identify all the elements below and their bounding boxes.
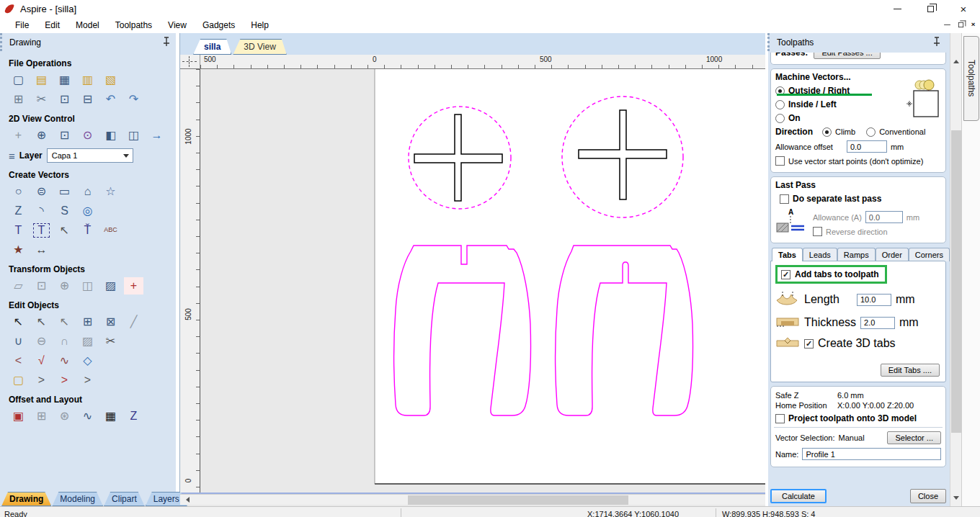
select-icon[interactable]: ↖ xyxy=(9,313,28,331)
fit-curve-icon[interactable]: ∿ xyxy=(55,352,74,369)
import-vectors-icon[interactable]: ▥ xyxy=(78,71,97,89)
save-file-icon[interactable]: ▦ xyxy=(55,71,74,89)
draw-arc-icon[interactable]: ◝ xyxy=(32,202,51,220)
fillet-icon[interactable]: < xyxy=(9,352,28,369)
length-input[interactable] xyxy=(857,294,891,306)
zoom-box-icon[interactable]: ⊡ xyxy=(55,127,74,144)
trim-icon[interactable]: ✂ xyxy=(101,333,120,350)
subtract-icon[interactable]: ⊖ xyxy=(32,333,51,350)
paste-icon[interactable]: ⊟ xyxy=(78,91,97,108)
draw-curve-icon[interactable]: S xyxy=(55,202,74,220)
draw-polyline-icon[interactable]: Z xyxy=(9,202,28,220)
undo-icon[interactable]: ↶ xyxy=(101,91,120,108)
panel-scrollbar[interactable] xyxy=(950,33,961,506)
horizontal-scrollbar[interactable] xyxy=(180,494,765,505)
dropdown-arrow-icon[interactable] xyxy=(123,154,129,161)
dimension-icon[interactable]: ↔ xyxy=(32,241,51,258)
job-setup-icon[interactable]: ⊞ xyxy=(9,91,28,108)
join-move-icon[interactable]: > xyxy=(32,372,51,389)
panel-tab-drawing[interactable]: Drawing xyxy=(1,492,51,506)
thickness-input[interactable] xyxy=(860,317,895,329)
panel-tab-clipart[interactable]: Clipart xyxy=(104,492,145,506)
copy-along-vector-icon[interactable]: ∿ xyxy=(78,408,97,425)
selector-button[interactable]: Selector ... xyxy=(887,431,941,444)
pin-icon[interactable] xyxy=(932,37,941,47)
doc-restore-icon[interactable] xyxy=(958,22,963,27)
project-toolpath-checkbox[interactable] xyxy=(775,414,785,423)
edit-tabs-button[interactable]: Edit Tabs .... xyxy=(881,364,940,377)
menu-item-help[interactable]: Help xyxy=(244,19,275,32)
ungroup-icon[interactable]: ⊠ xyxy=(101,313,120,331)
draw-ellipse-icon[interactable]: ⊜ xyxy=(32,183,51,200)
measure-icon[interactable]: ╱ xyxy=(124,313,143,331)
allowance-offset-input[interactable] xyxy=(847,140,887,153)
horizontal-scroll-thumb[interactable] xyxy=(408,495,628,505)
reverse-direction-checkbox[interactable] xyxy=(813,227,822,236)
inside-left-radio[interactable] xyxy=(775,100,785,109)
menu-item-toolpaths[interactable]: Toolpaths xyxy=(109,19,159,32)
group-icon[interactable]: ⊞ xyxy=(78,313,97,331)
draw-circle-icon[interactable]: ○ xyxy=(9,183,28,200)
join-vectors-icon[interactable]: ▢ xyxy=(9,372,28,389)
option-tab-order[interactable]: Order xyxy=(876,248,909,261)
drawing-canvas[interactable] xyxy=(200,69,765,493)
distort-icon[interactable]: ▨ xyxy=(101,277,120,295)
toggle-panel-icon[interactable]: ◧ xyxy=(101,127,120,144)
intersect-icon[interactable]: ∩ xyxy=(55,333,74,350)
join-curve-icon[interactable]: > xyxy=(78,372,97,389)
add-tabs-checkbox[interactable] xyxy=(781,270,790,279)
minimize-button[interactable] xyxy=(881,0,914,17)
edit-passes-button[interactable]: Edit Passes ... xyxy=(814,53,880,59)
restore-button[interactable] xyxy=(914,0,947,17)
transform-mode-icon[interactable]: ↖ xyxy=(55,313,74,331)
draw-text-icon[interactable]: T xyxy=(9,222,28,239)
join-line-icon[interactable]: > xyxy=(55,372,74,389)
weld-icon[interactable]: ∪ xyxy=(9,333,28,350)
open-file-icon[interactable]: ▤ xyxy=(32,71,51,89)
select-text-icon[interactable]: ↖ xyxy=(55,222,74,239)
option-tab-tabs[interactable]: Tabs xyxy=(772,248,803,261)
scroll-left-arrow-icon[interactable] xyxy=(180,495,192,505)
redo-icon[interactable]: ↷ xyxy=(124,91,143,108)
scroll-down-arrow-icon[interactable] xyxy=(950,494,962,505)
array-copy-icon[interactable]: ⊞ xyxy=(32,408,51,425)
toolpath-name-input[interactable] xyxy=(802,448,941,460)
pin-icon[interactable] xyxy=(162,37,171,47)
zoom-selected-icon[interactable]: ⊙ xyxy=(78,127,97,144)
draw-spiral-icon[interactable]: ◎ xyxy=(78,202,97,220)
calculate-button[interactable]: Calculate xyxy=(770,489,827,503)
text-on-path-icon[interactable]: Ť xyxy=(78,222,97,239)
set-size-icon[interactable]: ⊡ xyxy=(32,277,51,295)
conventional-radio[interactable] xyxy=(866,127,876,137)
offset-vectors-icon[interactable]: ▣ xyxy=(9,408,28,425)
move-selection-icon[interactable]: ▱ xyxy=(9,277,28,295)
option-tab-leads[interactable]: Leads xyxy=(803,248,837,261)
separate-last-pass-checkbox[interactable] xyxy=(780,194,789,204)
climb-radio[interactable] xyxy=(822,127,832,137)
on-radio[interactable] xyxy=(775,114,785,123)
scroll-up-arrow-icon[interactable] xyxy=(950,55,962,66)
new-drawing-icon[interactable]: ▢ xyxy=(9,71,28,89)
vector-texture-icon[interactable]: Z xyxy=(124,408,143,425)
nesting-icon[interactable]: ▦ xyxy=(101,408,120,425)
menu-item-view[interactable]: View xyxy=(161,19,193,32)
trace-bitmap-icon[interactable]: ★ xyxy=(9,241,28,258)
doc-minimize-icon[interactable] xyxy=(944,24,950,25)
job-sheet[interactable] xyxy=(375,69,765,484)
close-panel-button[interactable]: Close xyxy=(910,489,946,503)
text-box-icon[interactable]: T xyxy=(32,222,51,239)
menu-item-model[interactable]: Model xyxy=(69,19,106,32)
menu-item-gadgets[interactable]: Gadgets xyxy=(196,19,241,32)
doc-close-icon[interactable]: × xyxy=(971,20,976,28)
hatch-icon[interactable]: ▨ xyxy=(78,333,97,350)
export-vectors-icon[interactable]: ▧ xyxy=(101,71,120,89)
circular-copy-icon[interactable]: ⊛ xyxy=(55,408,74,425)
mirror-icon[interactable]: ◫ xyxy=(78,277,97,295)
document-tab-3d-view[interactable]: 3D View xyxy=(233,39,286,55)
tile-views-icon[interactable]: ◫ xyxy=(124,127,143,144)
draw-star-icon[interactable]: ☆ xyxy=(101,183,120,200)
arc-text-icon[interactable]: ABC xyxy=(101,222,120,239)
align-icon[interactable]: + xyxy=(124,277,143,295)
option-tab-ramps[interactable]: Ramps xyxy=(837,248,876,261)
menu-item-edit[interactable]: Edit xyxy=(38,19,66,32)
